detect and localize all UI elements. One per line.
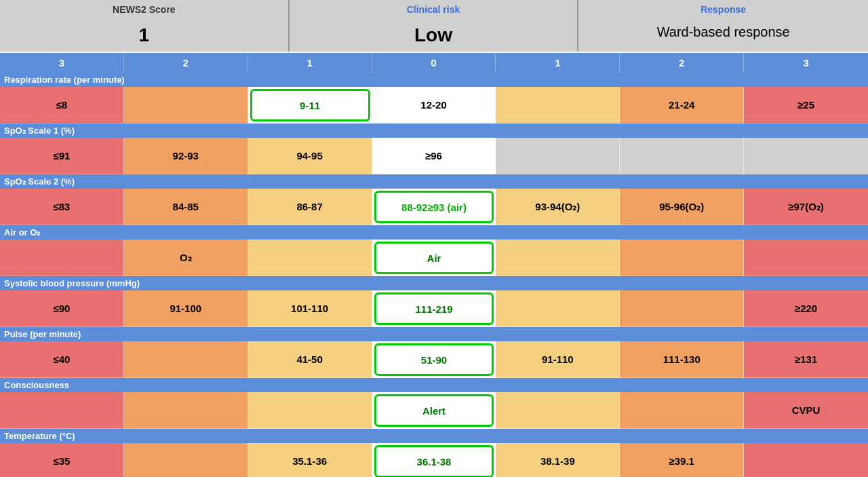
data-row-3: O₂Air — [0, 240, 868, 276]
cell-0-1 — [124, 87, 248, 123]
section-title-4: Systolic blood pressure (mmHg) — [0, 276, 868, 290]
section-title-5: Pulse (per minute) — [0, 327, 868, 341]
cell-0-5: 21-24 — [620, 87, 744, 123]
page-wrapper: NEWS2 Score Clinical risk Response 1 Low… — [0, 0, 868, 477]
data-row-5: ≤4041-5051-9091-110111-130≥131 — [0, 341, 868, 378]
cell-2-6: ≥97(O₂) — [744, 189, 868, 225]
cell-6-1 — [124, 392, 248, 429]
cell-3-3: Air — [374, 242, 494, 274]
cell-4-4 — [496, 290, 620, 327]
section-header-6: Consciousness — [0, 378, 868, 392]
score-label-0: 3 — [0, 53, 124, 73]
cell-3-6 — [744, 240, 868, 276]
section-header-5: Pulse (per minute) — [0, 327, 868, 341]
cell-1-2: 94-95 — [248, 138, 372, 174]
cell-2-1: 84-85 — [124, 189, 248, 225]
cell-0-0: ≤8 — [0, 87, 124, 123]
data-row-0: ≤89-1112-2021-24≥25 — [0, 87, 868, 123]
cell-2-5: 95-96(O₂) — [620, 189, 744, 225]
cell-0-3: 12-20 — [372, 87, 496, 123]
cell-7-5: ≥39.1 — [620, 443, 744, 477]
cell-7-3: 36.1-38 — [374, 445, 494, 477]
score-label-2: 1 — [248, 53, 372, 73]
response-value: Ward-based response — [578, 19, 868, 52]
section-title-2: SpO₂ Scale 2 (%) — [0, 174, 868, 189]
cell-5-6: ≥131 — [744, 341, 868, 378]
cell-0-4 — [496, 87, 620, 123]
cell-6-6: CVPU — [744, 392, 868, 429]
cell-3-1: O₂ — [124, 240, 248, 276]
section-header-3: Air or O₂ — [0, 225, 868, 240]
cell-5-1 — [124, 341, 248, 378]
cell-4-0: ≤90 — [0, 290, 124, 327]
response-label: Response — [578, 0, 868, 19]
header-values: 1 Low Ward-based response — [0, 19, 868, 52]
cell-4-6: ≥220 — [744, 290, 868, 327]
cell-0-6: ≥25 — [744, 87, 868, 123]
cell-3-2 — [248, 240, 372, 276]
cell-1-6 — [744, 138, 868, 174]
cell-3-4 — [496, 240, 620, 276]
cell-7-6 — [744, 443, 868, 477]
data-row-6: AlertCVPU — [0, 392, 868, 429]
cell-6-5 — [620, 392, 744, 429]
section-title-1: SpO₂ Scale 1 (%) — [0, 123, 868, 138]
score-label-3: 0 — [372, 53, 496, 73]
score-label-1: 2 — [124, 53, 248, 73]
cell-4-2: 101-110 — [248, 290, 372, 327]
section-header-7: Temperature (°C) — [0, 429, 868, 443]
cell-5-5: 111-130 — [620, 341, 744, 378]
cell-4-3: 111-219 — [374, 292, 494, 325]
section-title-7: Temperature (°C) — [0, 429, 868, 443]
cell-5-4: 91-110 — [496, 341, 620, 378]
clinical-label: Clinical risk — [290, 0, 579, 19]
cell-7-2: 35.1-36 — [248, 443, 372, 477]
cell-1-3: ≥96 — [372, 138, 496, 174]
score-label-5: 2 — [620, 53, 744, 73]
cell-1-0: ≤91 — [0, 138, 124, 174]
cell-2-2: 86-87 — [248, 189, 372, 225]
cell-6-3: Alert — [374, 394, 494, 427]
cell-2-0: ≤83 — [0, 189, 124, 225]
data-row-4: ≤9091-100101-110111-219≥220 — [0, 290, 868, 327]
score-label-4: 1 — [496, 53, 620, 73]
clinical-value: Low — [290, 19, 579, 52]
cell-1-1: 92-93 — [124, 138, 248, 174]
section-title-3: Air or O₂ — [0, 225, 868, 240]
data-row-7: ≤3535.1-3636.1-3838.1-39≥39.1 — [0, 443, 868, 477]
cell-7-1 — [124, 443, 248, 477]
cell-1-4 — [496, 138, 620, 174]
section-title-6: Consciousness — [0, 378, 868, 392]
section-header-1: SpO₂ Scale 1 (%) — [0, 123, 868, 138]
section-title-0: Respiration rate (per minute) — [0, 73, 868, 87]
news2-value: 1 — [0, 19, 290, 52]
cell-4-1: 91-100 — [124, 290, 248, 327]
section-header-4: Systolic blood pressure (mmHg) — [0, 276, 868, 290]
section-header-0: Respiration rate (per minute) — [0, 73, 868, 87]
cell-3-0 — [0, 240, 124, 276]
cell-2-4: 93-94(O₂) — [496, 189, 620, 225]
score-row: 3210123 — [0, 52, 868, 73]
cell-3-5 — [620, 240, 744, 276]
data-row-1: ≤9192-9394-95≥96 — [0, 138, 868, 174]
section-header-2: SpO₂ Scale 2 (%) — [0, 174, 868, 189]
cell-1-5 — [620, 138, 744, 174]
score-label-6: 3 — [744, 53, 868, 73]
news2-label: NEWS2 Score — [0, 0, 290, 19]
cell-5-2: 41-50 — [248, 341, 372, 378]
cell-6-2 — [248, 392, 372, 429]
sections-container: Respiration rate (per minute)≤89-1112-20… — [0, 73, 868, 477]
cell-0-2: 9-11 — [250, 89, 370, 121]
cell-4-5 — [620, 290, 744, 327]
cell-5-3: 51-90 — [374, 343, 494, 376]
cell-6-0 — [0, 392, 124, 429]
cell-2-3: 88-92≥93 (air) — [374, 191, 494, 223]
cell-5-0: ≤40 — [0, 341, 124, 378]
data-row-2: ≤8384-8586-8788-92≥93 (air)93-94(O₂)95-9… — [0, 189, 868, 225]
header-labels: NEWS2 Score Clinical risk Response — [0, 0, 868, 19]
cell-6-4 — [496, 392, 620, 429]
cell-7-0: ≤35 — [0, 443, 124, 477]
cell-7-4: 38.1-39 — [496, 443, 620, 477]
